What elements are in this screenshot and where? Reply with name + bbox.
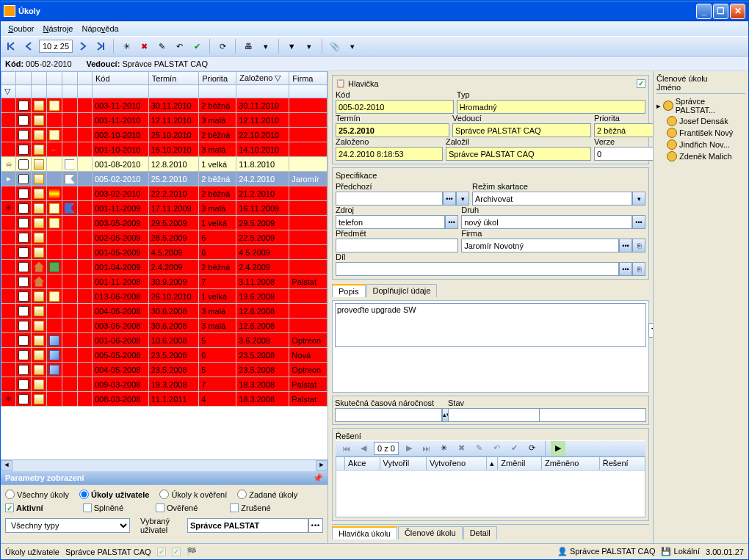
delete-button[interactable]: ✖ [137, 39, 151, 54]
attach-dropdown[interactable]: ▾ [345, 39, 360, 54]
table-row[interactable]: 001-04-20092.4.20092 běžná2.4.2009 [1, 260, 328, 274]
chk-aktivni[interactable]: ✓Aktivní [5, 503, 43, 512]
member-root[interactable]: ▸Správce PALSTAT... [656, 96, 745, 115]
col-priorita[interactable]: Priorita [199, 72, 236, 85]
predchozi-dropdown[interactable]: ▾ [456, 192, 469, 206]
btab-detail[interactable]: Detail [463, 526, 497, 539]
params-header[interactable]: Parametry zobrazení📌 [1, 471, 328, 484]
table-row[interactable]: 001-06-200810.6.200853.6.2008Optreon [1, 333, 328, 348]
fld-vedouci[interactable] [452, 123, 591, 137]
table-row[interactable]: ✳008-03-200811.1.2011418.3.2008Palstat [1, 392, 328, 407]
reseni-first[interactable]: ⏮ [339, 441, 353, 456]
predchozi-lookup[interactable]: ••• [443, 192, 456, 206]
table-row[interactable]: 003-11-201030.11.20102 běžná30.11.2010 [1, 98, 328, 113]
fld-narocnost[interactable] [335, 408, 442, 422]
dil-lookup[interactable]: ••• [619, 262, 632, 276]
reseni-new[interactable]: ✳ [437, 441, 452, 456]
rezim-dropdown[interactable]: ▾ [632, 192, 645, 206]
col-termin[interactable]: Termín [148, 72, 199, 85]
fld-predmet[interactable] [336, 239, 458, 252]
filter-button[interactable]: ▼ [284, 39, 299, 54]
expand-button[interactable]: + [648, 323, 653, 338]
radio-zadane[interactable]: Zadané úkoly [237, 490, 297, 499]
reseni-action[interactable]: ▶ [551, 441, 565, 456]
table-row[interactable]: 004-05-200823.5.2008523.5.2008Optreon [1, 363, 328, 377]
table-row[interactable]: ←001-10-201015.10.20103 malá14.10.2010 [1, 142, 328, 157]
firma-open[interactable]: ⎘ [632, 239, 645, 252]
nav-first-button[interactable] [4, 39, 18, 54]
filter-dropdown[interactable]: ▾ [302, 39, 316, 54]
status-left1[interactable]: Úkoly uživatele [5, 548, 59, 556]
col-firma[interactable]: Firma [289, 72, 328, 85]
minimize-button[interactable]: _ [696, 4, 712, 19]
chk-overene[interactable]: Ověřené [156, 503, 198, 512]
pin-icon[interactable]: 📌 [313, 473, 323, 483]
undo-button[interactable]: ↶ [172, 39, 187, 54]
btab-hlavicka[interactable]: Hlavička úkolu [332, 526, 397, 539]
nav-next-button[interactable] [76, 39, 90, 54]
fld-priorita[interactable] [594, 123, 653, 137]
table-row[interactable]: 002-10-201025.10.20102 běžná22.10.2010 [1, 128, 328, 142]
fld-firma[interactable] [461, 239, 619, 252]
status-left2[interactable]: Správce PALSTAT CAQ [65, 548, 151, 556]
reseni-prev[interactable]: ◀ [356, 441, 371, 456]
menu-soubor[interactable]: Soubor [4, 23, 38, 34]
new-button[interactable]: ✳ [119, 39, 134, 54]
close-button[interactable]: ✕ [730, 4, 745, 19]
fld-termin[interactable] [336, 123, 449, 137]
zdroj-lookup[interactable]: ••• [445, 215, 458, 229]
table-row[interactable]: 002-05-200928.5.2009622.5.2009 [1, 230, 328, 245]
popis-textarea[interactable] [335, 303, 646, 347]
status-flag-icon[interactable]: 🏁 [187, 547, 197, 556]
edit-button[interactable]: ✎ [154, 39, 169, 54]
horizontal-scrollbar[interactable]: ◄► [1, 459, 328, 471]
radio-overeni[interactable]: Úkoly k ověření [159, 490, 227, 499]
print-dropdown[interactable]: ▾ [258, 39, 273, 54]
save-button[interactable]: ✔ [189, 39, 204, 54]
table-row[interactable]: 003-05-200929.5.20091 velká29.5.2009 [1, 216, 328, 230]
col-zalozeno[interactable]: Založeno ▽ [236, 72, 289, 85]
table-row[interactable]: 009-03-200819.3.2008718.3.2008Palstat [1, 377, 328, 392]
reseni-next[interactable]: ▶ [402, 441, 416, 456]
table-row[interactable]: ▸005-02-201025.2.20102 běžná24.2.2010Jar… [1, 172, 328, 186]
lookup-user-button[interactable]: ••• [308, 518, 323, 533]
table-row[interactable]: 001-11-201012.11.20103 malá12.11.2010 [1, 113, 328, 128]
table-row[interactable]: 001-11-200830.9.200973.11.2008Palstat [1, 274, 328, 289]
fld-verze[interactable] [594, 147, 653, 161]
input-vybrany-uzivatel[interactable] [187, 518, 308, 533]
attach-button[interactable]: 📎 [328, 39, 342, 54]
status-chk1[interactable]: ✓ [157, 548, 166, 556]
refresh-button[interactable]: ⟳ [215, 39, 230, 54]
member-node[interactable]: Josef Densák [656, 115, 745, 127]
table-row[interactable]: 005-05-200823.5.2008623.5.2008Nová [1, 348, 328, 363]
fld-zalozil[interactable] [446, 147, 591, 161]
reseni-undo[interactable]: ↶ [490, 441, 504, 456]
status-chk2[interactable]: ✓ [172, 548, 181, 556]
select-typy[interactable]: Všechny typy [5, 518, 130, 533]
menu-napoveda[interactable]: Nápověda [77, 23, 123, 34]
table-row[interactable]: 003-06-200830.6.20083 malá12.6.2008 [1, 319, 328, 333]
pager-display[interactable]: 10 z 25 [39, 40, 73, 53]
table-row[interactable]: 001-05-20094.5.200964.5.2009 [1, 245, 328, 260]
chk-zrusene[interactable]: Zrušené [230, 503, 270, 512]
member-node[interactable]: Jindřich Nov... [656, 139, 745, 150]
fld-predchozi[interactable] [336, 192, 443, 206]
fld-zdroj[interactable] [336, 215, 445, 229]
dil-open[interactable]: ⎘ [632, 262, 645, 276]
members-col-jmeno[interactable]: Jméno [656, 83, 745, 94]
tab-doplnujici[interactable]: Doplňující údaje [366, 284, 438, 297]
header-check[interactable]: ✓ [637, 79, 645, 88]
firma-lookup[interactable]: ••• [619, 239, 632, 252]
reseni-grid[interactable]: Akce Vytvořil Vytvořeno ▴ Změnil Změněno… [336, 457, 645, 470]
member-node[interactable]: František Nový [656, 127, 745, 139]
radio-vsechny[interactable]: Všechny úkoly [5, 490, 69, 499]
reseni-refresh[interactable]: ⟳ [525, 441, 540, 456]
col-kod[interactable]: Kód [93, 72, 149, 85]
reseni-del[interactable]: ✖ [455, 441, 469, 456]
nav-prev-button[interactable] [21, 39, 36, 54]
table-row[interactable]: ♾001-08-201012.8.20101 velká11.8.2010 [1, 157, 328, 172]
reseni-edit[interactable]: ✎ [472, 441, 487, 456]
nav-last-button[interactable] [93, 39, 108, 54]
print-button[interactable]: 🖶 [241, 39, 256, 54]
druh-lookup[interactable]: ••• [632, 215, 645, 229]
